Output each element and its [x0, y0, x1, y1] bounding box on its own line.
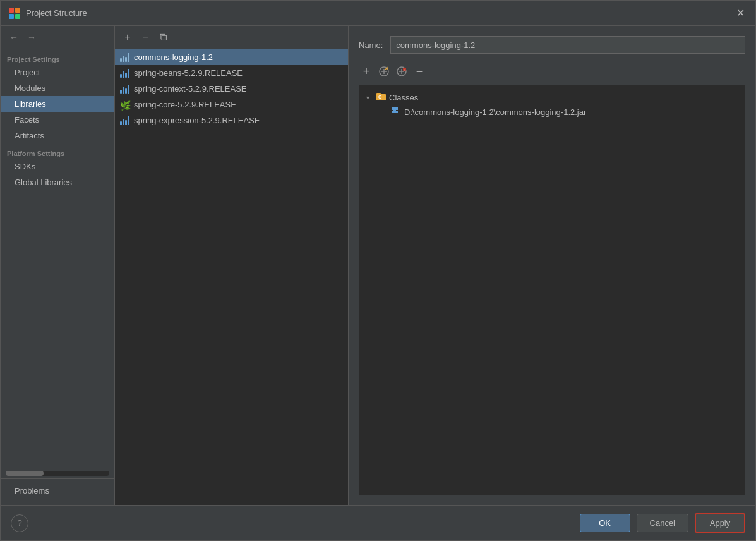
lib-add-button[interactable]: + [120, 30, 135, 45]
sidebar-item-sdks[interactable]: SDKs [1, 159, 114, 174]
library-list-panel: + − ⧉ commons-logging-1.2 [115, 26, 349, 505]
nav-arrows: ← → [1, 26, 114, 49]
svg-rect-3 [15, 14, 20, 19]
name-row: Name: [359, 36, 745, 54]
back-button[interactable]: ← [7, 31, 21, 44]
project-structure-dialog: Project Structure ✕ ← → Project Settings… [0, 0, 756, 541]
sidebar-bottom: Problems [1, 478, 114, 505]
lib-item-spring-core[interactable]: 🌿 spring-core-5.2.9.RELEASE [115, 97, 348, 112]
cancel-button[interactable]: Cancel [637, 514, 688, 532]
detail-add-button[interactable]: + [359, 64, 374, 79]
sidebar-scrollbar-thumb [6, 471, 44, 476]
detail-remove-button[interactable]: − [412, 64, 427, 79]
svg-rect-2 [9, 14, 14, 19]
lib-item-spring-expression[interactable]: spring-expression-5.2.9.RELEASE [115, 112, 348, 128]
tree-classes-row[interactable]: ▾ C Classes [364, 90, 740, 105]
sidebar-item-modules[interactable]: Modules [1, 80, 114, 96]
jar-path: D:\commons-logging-1.2\commons-logging-1… [404, 107, 586, 117]
platform-settings-header: Platform Settings [1, 146, 114, 159]
lib-icon-bars [120, 53, 130, 62]
bottom-bar: ? OK Cancel Apply [1, 505, 755, 540]
detail-panel: Name: + [349, 26, 755, 505]
tree-chevron-icon: ▾ [366, 94, 374, 101]
ok-button[interactable]: OK [580, 514, 630, 532]
classes-folder-icon: C [376, 92, 387, 103]
detail-add-alt-button[interactable]: + [394, 64, 409, 79]
lib-item-commons-logging[interactable]: commons-logging-1.2 [115, 49, 348, 65]
bottom-left: ? [11, 514, 28, 532]
svg-text:C: C [378, 95, 381, 99]
detail-toolbar: + + [359, 64, 745, 79]
forward-button[interactable]: → [25, 31, 39, 44]
lib-item-spring-context[interactable]: spring-context-5.2.9.RELEASE [115, 81, 348, 97]
sidebar-item-facets[interactable]: Facets [1, 112, 114, 128]
svg-rect-18 [392, 111, 395, 113]
svg-rect-1 [15, 8, 20, 13]
sidebar-item-artifacts[interactable]: Artifacts [1, 128, 114, 143]
sidebar: ← → Project Settings Project Modules Lib… [1, 26, 115, 505]
svg-rect-0 [9, 8, 14, 13]
tree-jar-row[interactable]: D:\commons-logging-1.2\commons-logging-1… [364, 105, 740, 119]
svg-rect-19 [395, 111, 398, 113]
name-input[interactable] [390, 36, 745, 54]
svg-text:+: + [404, 68, 406, 71]
lib-remove-button[interactable]: − [138, 30, 153, 45]
sidebar-item-project[interactable]: Project [1, 64, 114, 80]
content-area: ← → Project Settings Project Modules Lib… [1, 26, 755, 505]
leaf-icon: 🌿 [120, 100, 130, 109]
close-button[interactable]: ✕ [733, 6, 748, 21]
sidebar-scrollbar[interactable] [6, 471, 109, 476]
name-label: Name: [359, 40, 383, 50]
app-icon [8, 7, 21, 20]
sidebar-item-libraries[interactable]: Libraries [1, 96, 114, 112]
classes-label: Classes [389, 93, 418, 102]
sidebar-item-global-libraries[interactable]: Global Libraries [1, 174, 114, 190]
jar-icon [392, 107, 402, 118]
apply-button[interactable]: Apply [695, 513, 745, 533]
lib-icon-bars-3 [120, 85, 130, 94]
lib-copy-button[interactable]: ⧉ [155, 30, 171, 45]
lib-icon-bars-4 [120, 116, 130, 125]
lib-icon-bars-2 [120, 69, 130, 78]
library-list: commons-logging-1.2 spring-beans-5.2.9.R… [115, 49, 348, 505]
lib-toolbar: + − ⧉ [115, 26, 348, 49]
project-settings-header: Project Settings [1, 52, 114, 64]
bottom-right: OK Cancel Apply [580, 513, 745, 533]
sidebar-item-problems[interactable]: Problems [15, 483, 108, 499]
help-button[interactable]: ? [11, 514, 28, 532]
title-bar: Project Structure ✕ [1, 1, 755, 26]
detail-add-copy-button[interactable] [376, 64, 392, 79]
lib-item-spring-beans[interactable]: spring-beans-5.2.9.RELEASE [115, 65, 348, 81]
detail-tree: ▾ C Classes [359, 85, 745, 495]
dialog-title: Project Structure [26, 8, 733, 18]
